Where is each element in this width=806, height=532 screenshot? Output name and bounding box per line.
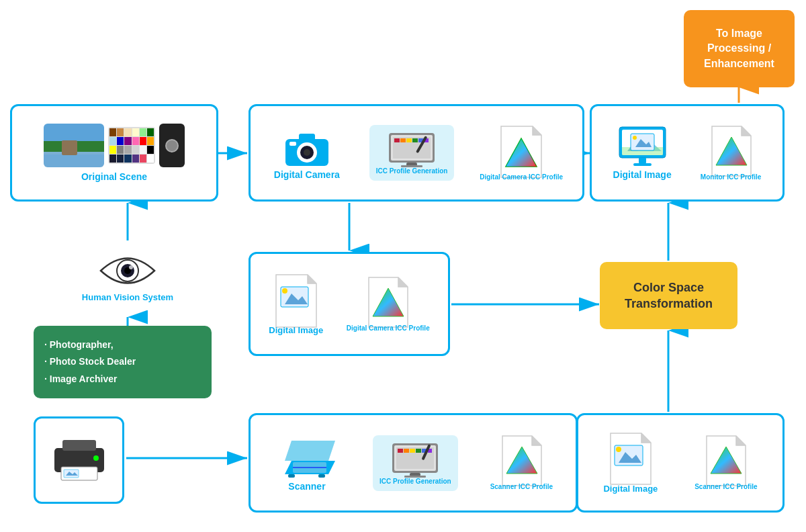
scanner-icc-bot-icon — [704, 435, 748, 487]
svg-point-82 — [616, 447, 621, 452]
digital-image-top-label: Digital Image — [613, 169, 672, 180]
original-scene-box: Original Scene — [10, 104, 218, 202]
digital-camera-icc-mid-label: Digital Camera ICC Profile — [347, 324, 430, 332]
icc-profile-gen-scanner-box: ICC Profile Generation — [373, 435, 458, 491]
photographer-label: · Photographer, · Photo Stock Dealer · I… — [44, 337, 136, 388]
icc-profile-gen-camera-label: ICC Profile Generation — [376, 167, 448, 175]
monitor-icc-label: Monitor ICC Profile — [701, 173, 762, 181]
monitor-icon-area: Digital Image — [613, 126, 672, 180]
svg-rect-66 — [318, 474, 325, 478]
digital-image-top-box: Digital Image Monitor ICC Profile — [590, 104, 785, 202]
monitor-icc-icon — [709, 125, 753, 177]
svg-rect-70 — [398, 449, 403, 453]
svg-rect-28 — [400, 138, 406, 142]
to-image-processing-box: To Image Processing / Enhancement — [684, 10, 795, 87]
digital-camera-icc-label: Digital Camera ICC Profile — [480, 173, 563, 181]
color-space-transformation-label: Color Space Transformation — [607, 279, 731, 312]
icc-gen-camera-icon — [388, 130, 436, 167]
svg-rect-71 — [404, 449, 409, 453]
monitor-icon — [617, 126, 668, 169]
eye-icon — [97, 253, 158, 290]
svg-point-45 — [633, 136, 637, 140]
human-vision-label: Human Vision System — [82, 292, 173, 302]
svg-point-55 — [282, 288, 287, 294]
scanner-icc-bot-label: Scanner ICC Profile — [695, 483, 757, 491]
monitor-icc-doc: Monitor ICC Profile — [701, 125, 762, 181]
scanner-icc-bot-doc: Scanner ICC Profile — [695, 435, 757, 491]
digital-image-bot-doc: Digital Image — [603, 432, 658, 494]
digital-image-middle-box: Digital Image Digital Camera ICC Profile — [249, 252, 450, 356]
photographer-box: · Photographer, · Photo Stock Dealer · I… — [34, 326, 212, 398]
svg-point-62 — [93, 455, 99, 461]
svg-rect-73 — [416, 449, 421, 453]
digital-camera-icc-mid-doc: Digital Camera ICC Profile — [347, 276, 430, 332]
original-scene-label: Original Scene — [81, 171, 147, 182]
printer-box — [34, 416, 124, 504]
to-image-processing-label: To Image Processing / Enhancement — [690, 26, 788, 71]
color-space-transformation-box: Color Space Transformation — [600, 262, 737, 329]
svg-rect-27 — [394, 138, 400, 142]
svg-point-22 — [304, 149, 310, 156]
digital-camera-box: Digital Camera ICC Pro — [249, 104, 584, 202]
svg-rect-23 — [289, 142, 296, 146]
camera-icc-mid-icon — [366, 276, 410, 328]
printer-icon — [49, 433, 109, 487]
digital-camera-label: Digital Camera — [274, 169, 340, 180]
icc-profile-gen-scanner-label: ICC Profile Generation — [379, 478, 451, 486]
scanner-label: Scanner — [288, 481, 325, 492]
svg-rect-46 — [639, 158, 646, 163]
svg-point-52 — [129, 265, 133, 269]
scanner-icon-area: Scanner — [273, 434, 341, 492]
light-meter — [159, 124, 185, 167]
digital-image-bot-label: Digital Image — [603, 484, 658, 494]
human-vision-area: Human Vision System — [74, 238, 181, 316]
scanner-icc-icon — [500, 435, 543, 487]
digital-image-mid-icon — [273, 273, 320, 328]
camera-icc-doc-icon — [498, 125, 545, 179]
color-chart — [108, 127, 155, 164]
scanner-icc-profile-label: Scanner ICC Profile — [490, 483, 553, 491]
digital-image-mid-doc: Digital Image — [269, 273, 323, 335]
svg-rect-65 — [288, 474, 295, 478]
svg-rect-29 — [406, 138, 412, 142]
digital-image-bot-icon — [608, 432, 654, 486]
digital-image-mid-label: Digital Image — [269, 325, 323, 335]
icc-gen-scanner-icon — [391, 441, 439, 478]
scanner-icc-doc: Scanner ICC Profile — [490, 435, 553, 491]
digital-image-bottom-box: Digital Image Scanner ICC Profile — [576, 413, 785, 513]
icc-profile-gen-camera-box: ICC Profile Generation — [369, 125, 455, 181]
svg-rect-47 — [633, 163, 652, 166]
scene-photo — [44, 124, 104, 167]
camera-icon — [280, 126, 334, 169]
digital-camera-icc-doc: Digital Camera ICC Profile — [480, 125, 563, 181]
scanner-icon — [278, 434, 335, 481]
svg-rect-19 — [299, 134, 315, 142]
diagram: Original Scene Digital Camera — [0, 0, 806, 532]
svg-rect-72 — [410, 449, 415, 453]
svg-rect-30 — [412, 138, 418, 142]
svg-rect-58 — [62, 440, 96, 451]
scanner-box: Scanner ICC Profile Generation — [249, 413, 578, 513]
